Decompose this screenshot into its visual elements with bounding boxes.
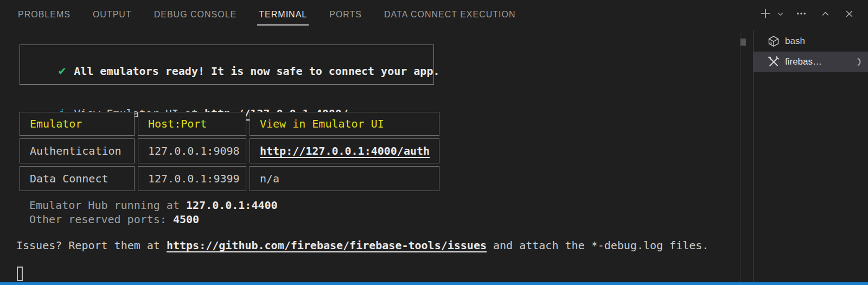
cell-host-port: 127.0.0.1:9399 <box>138 166 246 191</box>
bash-terminal-icon: $ <box>768 35 780 47</box>
reserved-ports-value: 4500 <box>173 213 199 226</box>
terminal-tab-firebase[interactable]: firebas… <box>754 52 868 72</box>
tab-ports[interactable]: PORTS <box>329 10 362 20</box>
success-check-icon: ✔ <box>56 64 68 78</box>
hub-address: 127.0.0.1:4400 <box>186 199 278 212</box>
issues-line: Issues? Report them at https://github.co… <box>16 238 709 252</box>
tab-data-connect-execution[interactable]: DATA CONNECT EXECUTION <box>384 10 515 20</box>
terminal-tab-label: firebas… <box>785 56 822 67</box>
close-panel-x-icon[interactable] <box>843 8 855 20</box>
terminal-tab-label: bash <box>785 36 805 47</box>
github-issues-link[interactable]: https://github.com/firebase/firebase-too… <box>167 239 487 252</box>
table-header-row: Emulator Host:Port View in Emulator UI <box>20 112 439 136</box>
table-header-view-ui: View in Emulator UI <box>250 112 439 136</box>
issues-prefix: Issues? Report them at <box>16 239 167 252</box>
banner-message: All emulators ready! It is now safe to c… <box>74 65 439 78</box>
panel-actions <box>758 6 855 21</box>
table-row: Data Connect 127.0.0.1:9399 n/a <box>20 166 439 191</box>
cell-host-port: 127.0.0.1:9098 <box>138 138 246 163</box>
terminal-scrollbar-thumb[interactable] <box>741 39 746 46</box>
terminal-tabs-list: $ bash firebas… <box>754 31 868 72</box>
cell-view-ui: n/a <box>250 166 439 191</box>
terminal-overview-ruler <box>740 33 741 282</box>
new-terminal-icon[interactable] <box>758 6 773 21</box>
more-actions-ellipsis-icon[interactable] <box>795 7 808 20</box>
reserved-ports-prefix: Other reserved ports: <box>29 213 173 226</box>
emulator-table: Emulator Host:Port View in Emulator UI A… <box>20 112 439 191</box>
terminal-tab-bash[interactable]: $ bash <box>754 31 868 52</box>
table-header-emulator: Emulator <box>20 112 135 136</box>
svg-text:$: $ <box>770 41 772 45</box>
terminal-cursor <box>17 267 23 281</box>
spinner-icon <box>851 57 861 67</box>
tools-icon <box>768 56 780 68</box>
hub-line-prefix: Emulator Hub running at <box>29 199 186 212</box>
tab-debug-console[interactable]: DEBUG CONSOLE <box>154 10 237 20</box>
tab-terminal[interactable]: TERMINAL <box>259 10 307 20</box>
table-header-host-port: Host:Port <box>138 112 246 136</box>
cell-emulator-name: Authentication <box>20 138 135 163</box>
maximize-panel-chevron-up-icon[interactable] <box>819 8 831 20</box>
panel-focus-border <box>0 282 868 285</box>
emulators-ready-banner: ✔All emulators ready! It is now safe to … <box>20 45 434 85</box>
cell-emulator-name: Data Connect <box>20 166 135 191</box>
tab-output[interactable]: OUTPUT <box>93 10 132 20</box>
auth-emulator-ui-link[interactable]: http://127.0.0.1:4000/auth <box>260 144 430 157</box>
hub-info: Emulator Hub running at 127.0.0.1:4400 O… <box>29 198 278 226</box>
panel-tab-bar: PROBLEMS OUTPUT DEBUG CONSOLE TERMINAL P… <box>0 0 516 29</box>
launch-profile-chevron-down-icon[interactable] <box>776 9 784 18</box>
issues-suffix: and attach the *-debug.log files. <box>487 239 709 252</box>
tab-problems[interactable]: PROBLEMS <box>18 10 71 20</box>
table-row: Authentication 127.0.0.1:9098 http://127… <box>20 138 439 163</box>
